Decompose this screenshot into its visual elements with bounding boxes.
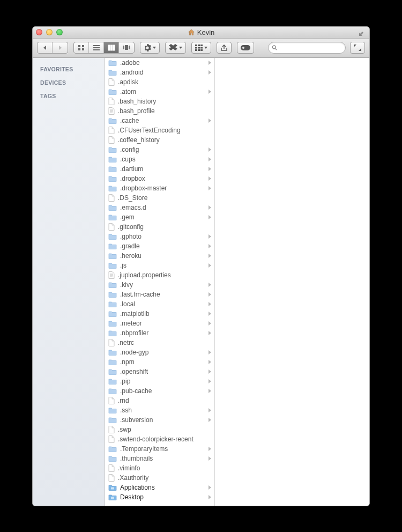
- file-row[interactable]: Applications: [105, 483, 214, 492]
- file-row[interactable]: .dartium: [105, 164, 214, 174]
- file-name: .cups: [120, 156, 205, 163]
- file-row[interactable]: .meteor: [105, 319, 214, 328]
- file-row[interactable]: .npm: [105, 357, 214, 367]
- file-row[interactable]: .bash_profile: [105, 106, 214, 116]
- file-name: .bash_history: [118, 98, 211, 105]
- file-row[interactable]: .DS_Store: [105, 193, 214, 203]
- file-row[interactable]: .rnd: [105, 396, 214, 405]
- svg-rect-5: [93, 47, 100, 48]
- file-row[interactable]: .pub-cache: [105, 386, 214, 396]
- file-row[interactable]: .Xauthority: [105, 473, 214, 483]
- file-row[interactable]: .gphoto: [105, 232, 214, 241]
- file-row[interactable]: .bash_history: [105, 97, 214, 106]
- fullscreen-button[interactable]: [350, 42, 365, 54]
- file-icon: [108, 435, 115, 443]
- folder-icon: [108, 291, 117, 298]
- file-row[interactable]: .viminfo: [105, 463, 214, 473]
- file-row[interactable]: .dropbox: [105, 174, 214, 183]
- file-row[interactable]: .gem: [105, 212, 214, 222]
- folder-icon: [108, 253, 117, 259]
- file-row[interactable]: .jupload.properties: [105, 270, 214, 280]
- file-row[interactable]: .heroku: [105, 251, 214, 261]
- forward-button[interactable]: [53, 42, 68, 53]
- file-row[interactable]: .coffee_history: [105, 135, 214, 145]
- file-row[interactable]: .atom: [105, 87, 214, 97]
- file-row[interactable]: .TemporaryItems: [105, 444, 214, 454]
- tags-button[interactable]: [237, 42, 254, 54]
- file-name: .atom: [120, 88, 205, 95]
- dropbox-menu[interactable]: [165, 42, 186, 54]
- file-row[interactable]: .ssh: [105, 405, 214, 415]
- disclosure-arrow-icon: [209, 254, 211, 258]
- file-name: .swtend-colorpicker-recent: [118, 435, 211, 443]
- window-title: Kevin: [33, 28, 369, 36]
- close-button[interactable]: [36, 29, 42, 35]
- search-field[interactable]: [268, 42, 346, 54]
- share-icon: [220, 45, 228, 51]
- folder-icon: [108, 320, 117, 327]
- disclosure-arrow-icon: [209, 119, 211, 123]
- sidebar-section-favorites[interactable]: FAVORITES: [33, 61, 105, 75]
- file-row[interactable]: .local: [105, 299, 214, 309]
- file-row[interactable]: .adobe: [105, 58, 214, 68]
- folder-icon: [108, 417, 117, 423]
- coverflow-view-button[interactable]: [119, 42, 134, 53]
- back-button[interactable]: [38, 42, 53, 53]
- file-row[interactable]: .android: [105, 68, 214, 77]
- titlebar[interactable]: Kevin: [33, 27, 369, 39]
- file-row[interactable]: .apdisk: [105, 77, 214, 87]
- file-column[interactable]: .adobe.android.apdisk.atom.bash_history.…: [105, 58, 215, 506]
- file-row[interactable]: .openshift: [105, 367, 214, 376]
- file-row[interactable]: Desktop: [105, 492, 214, 502]
- search-input[interactable]: [280, 44, 342, 51]
- fullscreen-icon[interactable]: [359, 29, 366, 36]
- file-row[interactable]: .netrc: [105, 338, 214, 348]
- disclosure-arrow-icon: [209, 312, 211, 316]
- file-row[interactable]: .matplotlib: [105, 309, 214, 319]
- disclosure-arrow-icon: [209, 350, 211, 354]
- file-name: .Xauthority: [118, 474, 211, 482]
- file-row[interactable]: .js: [105, 261, 214, 270]
- forward-icon: [57, 45, 63, 50]
- svg-point-23: [242, 47, 244, 49]
- sidebar: FAVORITES DEVICES TAGS: [33, 58, 105, 506]
- file-row[interactable]: .config: [105, 145, 214, 154]
- file-row[interactable]: .pip: [105, 376, 214, 386]
- file-row[interactable]: .swp: [105, 425, 214, 434]
- file-row[interactable]: .last.fm-cache: [105, 290, 214, 299]
- list-view-button[interactable]: [89, 42, 104, 53]
- column-view-button[interactable]: [104, 42, 119, 53]
- disclosure-arrow-icon: [209, 167, 211, 171]
- file-name: .subversion: [120, 416, 205, 424]
- file-row[interactable]: .node-gyp: [105, 348, 214, 357]
- file-row[interactable]: .thumbnails: [105, 454, 214, 463]
- sidebar-section-tags[interactable]: TAGS: [33, 88, 105, 101]
- folder-icon: [108, 301, 117, 307]
- file-row[interactable]: .gradle: [105, 241, 214, 251]
- file-row[interactable]: .emacs.d: [105, 203, 214, 212]
- file-row[interactable]: .cache: [105, 116, 214, 125]
- file-icon: [108, 98, 115, 105]
- file-row[interactable]: .gitconfig: [105, 222, 214, 232]
- disclosure-arrow-icon: [209, 205, 211, 210]
- minimize-button[interactable]: [46, 29, 53, 35]
- share-button[interactable]: [217, 42, 232, 54]
- icon-view-button[interactable]: [74, 42, 89, 53]
- file-row[interactable]: .cups: [105, 154, 214, 164]
- zoom-button[interactable]: [56, 29, 63, 35]
- back-icon: [42, 45, 48, 50]
- svg-rect-10: [123, 46, 124, 49]
- disclosure-arrow-icon: [209, 61, 211, 65]
- action-menu[interactable]: [140, 42, 160, 54]
- sidebar-section-devices[interactable]: DEVICES: [33, 75, 105, 88]
- file-row[interactable]: .swtend-colorpicker-recent: [105, 434, 214, 444]
- file-row[interactable]: .nbprofiler: [105, 328, 214, 338]
- arrange-menu[interactable]: [191, 42, 211, 54]
- file-name: .adobe: [120, 59, 205, 66]
- file-row[interactable]: .dropbox-master: [105, 183, 214, 193]
- file-row[interactable]: .CFUserTextEncoding: [105, 125, 214, 135]
- file-row[interactable]: .kivy: [105, 280, 214, 290]
- file-name: .npm: [120, 358, 205, 366]
- disclosure-arrow-icon: [209, 456, 211, 461]
- file-row[interactable]: .subversion: [105, 415, 214, 425]
